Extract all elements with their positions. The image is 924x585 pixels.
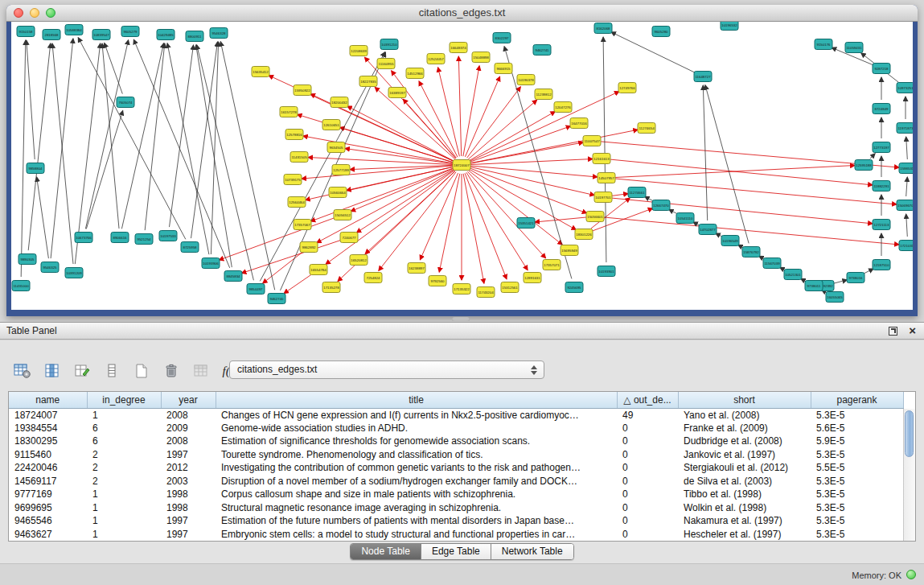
table-cell[interactable]: Estimation of the future numbers of pati… xyxy=(216,514,617,528)
graph-node[interactable]: 16157278 xyxy=(280,107,298,117)
table-cell[interactable]: Disruption of a novel member of a sodium… xyxy=(216,475,617,488)
table-cell[interactable]: Structural magnetic resonance image aver… xyxy=(216,501,617,515)
graph-node[interactable]: 8302297 xyxy=(493,33,511,43)
graph-node[interactable]: 15985317 xyxy=(899,163,913,174)
table-settings-button[interactable] xyxy=(11,360,34,381)
table-cell[interactable]: 0 xyxy=(617,461,678,475)
graph-node[interactable]: 10391210 xyxy=(380,39,398,50)
table-cell[interactable]: 9699695 xyxy=(9,501,87,515)
graph-node[interactable]: 10197701 xyxy=(594,192,612,203)
graph-node[interactable]: 8906616 xyxy=(111,233,129,243)
table-cell[interactable]: 2 xyxy=(87,475,161,488)
graph-node[interactable]: 16520812 xyxy=(350,255,368,266)
graph-node[interactable]: 17135278 xyxy=(322,282,340,293)
graph-node[interactable]: 11274654 xyxy=(638,123,655,134)
graph-node[interactable]: 12610651 xyxy=(322,120,340,130)
graph-node[interactable]: 18724007 xyxy=(453,160,470,171)
table-cell[interactable]: 0 xyxy=(617,435,678,448)
table-cell[interactable]: Genome-wide association studies in ADHD. xyxy=(216,422,617,435)
show-columns-button[interactable] xyxy=(41,360,64,381)
graph-node[interactable]: 9862892 xyxy=(300,242,318,253)
graph-node[interactable]: 17357067 xyxy=(294,220,311,230)
table-cell[interactable]: 0 xyxy=(617,448,678,462)
graph-node[interactable]: 9462741 xyxy=(533,45,551,56)
table-cell[interactable]: 5.6E-5 xyxy=(811,422,903,435)
table-cell[interactable]: 5.3E-5 xyxy=(811,408,903,422)
graph-node[interactable]: 11431505 xyxy=(290,152,308,163)
table-row[interactable]: 977716911998Corpus callosum shape and si… xyxy=(9,488,903,501)
graph-node[interactable]: 10193906 xyxy=(202,258,220,269)
column-header-year[interactable]: year xyxy=(161,392,216,408)
column-header-out-degree[interactable]: △ out_de... xyxy=(617,392,678,408)
table-cell[interactable]: 2008 xyxy=(161,408,216,422)
table-cell[interactable]: 1 xyxy=(87,514,161,528)
scrollbar-thumb[interactable] xyxy=(905,410,914,457)
graph-node[interactable]: 9605280 xyxy=(652,27,670,37)
table-cell[interactable]: 22420046 xyxy=(9,461,87,475)
graph-node[interactable]: 11274661 xyxy=(628,187,646,198)
table-select-dropdown[interactable]: citations_edges.txt xyxy=(229,360,544,379)
table-row[interactable]: 1830029562008Estimation of significance … xyxy=(9,435,903,448)
window-titlebar[interactable]: citations_edges.txt xyxy=(6,5,918,22)
graph-node[interactable]: 9150176 xyxy=(815,39,832,50)
table-cell[interactable]: Hescheler et al. (1997) xyxy=(678,528,811,542)
graph-node[interactable]: 10391209 xyxy=(65,268,83,278)
table-cell[interactable]: 19384554 xyxy=(9,422,87,435)
graph-node[interactable]: 15635412 xyxy=(252,67,269,77)
table-cell[interactable]: 1998 xyxy=(161,488,216,501)
table-cell[interactable]: 18300295 xyxy=(9,435,87,448)
graph-node[interactable]: 15069670 xyxy=(897,200,913,211)
graph-node[interactable]: 9792560 xyxy=(429,276,446,286)
graph-node[interactable]: 12578816 xyxy=(285,130,303,140)
table-cell[interactable]: 9115460 xyxy=(9,448,87,462)
table-row[interactable]: 1456911722003Disruption of a novel membe… xyxy=(9,475,903,488)
table-cell[interactable]: Jankovic et al. (1997) xyxy=(678,448,811,462)
table-cell[interactable]: 2003 xyxy=(161,475,216,488)
table-cell[interactable]: Yano et al. (2008) xyxy=(678,408,811,422)
graph-node[interactable]: 10973251 xyxy=(897,83,913,93)
graph-node[interactable]: 15695949 xyxy=(561,245,578,256)
column-header-title[interactable]: title xyxy=(216,392,617,408)
graph-node[interactable]: 12524057 xyxy=(427,54,445,64)
table-cell[interactable]: Nakamura et al. (1997) xyxy=(678,514,811,528)
column-header-in-degree[interactable]: in_degree xyxy=(87,392,161,408)
graph-node[interactable]: 15351421 xyxy=(517,218,535,229)
graph-node[interactable]: 15312561 xyxy=(501,282,519,293)
graph-node[interactable]: 8800911 xyxy=(186,31,203,42)
column-header-short[interactable]: short xyxy=(678,392,811,408)
table-cell[interactable]: 0 xyxy=(617,514,678,528)
graph-node[interactable]: 10429485 xyxy=(157,30,175,40)
table-row[interactable]: 1872400712008Changes of HCN gene express… xyxy=(9,408,903,422)
table-cell[interactable]: 5.3E-5 xyxy=(811,475,903,488)
table-cell[interactable]: 5.3E-5 xyxy=(811,448,903,462)
table-cell[interactable]: 2009 xyxy=(161,422,216,435)
table-cell[interactable]: 0 xyxy=(617,528,678,542)
table-row[interactable]: 946362711997Embryonic stem cells: a mode… xyxy=(9,528,903,542)
graph-node[interactable]: 11882291 xyxy=(873,181,890,192)
float-panel-icon[interactable] xyxy=(889,327,897,336)
table-cell[interactable]: 5.9E-5 xyxy=(811,435,903,448)
graph-node[interactable]: 14512966 xyxy=(406,68,424,79)
graph-node[interactable]: 10560664 xyxy=(329,187,347,198)
graph-node[interactable]: 10588384 xyxy=(65,25,83,35)
graph-node[interactable]: 10193901 xyxy=(598,266,615,277)
vertical-scrollbar[interactable] xyxy=(903,409,915,541)
graph-node[interactable]: 12161613 xyxy=(593,154,610,164)
graph-node[interactable]: 17210313 xyxy=(899,241,913,251)
table-cell[interactable]: 1997 xyxy=(161,514,216,528)
network-canvas[interactable]: 1872400715950922161572781257881611431505… xyxy=(11,22,913,310)
graph-node[interactable]: 10839547 xyxy=(92,30,110,40)
table-row[interactable]: 969969511998Structural magnetic resonanc… xyxy=(9,501,903,515)
graph-node[interactable]: 12749766 xyxy=(618,83,636,93)
graph-node[interactable]: 12773197 xyxy=(873,142,890,153)
minimize-window-button[interactable] xyxy=(30,8,39,18)
table-cell[interactable]: 5.3E-5 xyxy=(811,528,903,542)
table-cell[interactable]: 1 xyxy=(87,488,161,501)
table-cell[interactable]: 2 xyxy=(87,448,161,462)
graph-node[interactable]: 12891631 xyxy=(524,273,541,283)
table-cell[interactable]: 5.3E-5 xyxy=(811,488,903,501)
graph-node[interactable]: 10197533 xyxy=(159,231,177,241)
graph-node[interactable]: 15056512 xyxy=(334,210,351,220)
graph-node[interactable]: 16477016 xyxy=(570,118,588,129)
table-cell[interactable]: Estimation of significance thresholds fo… xyxy=(216,435,617,448)
